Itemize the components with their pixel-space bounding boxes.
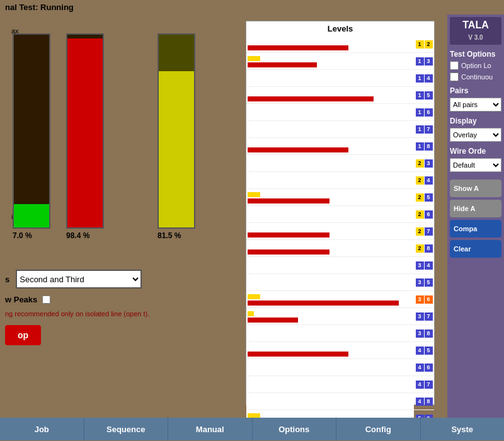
gauge-second: 98.4 % [66,33,104,240]
option-lo-row: Option Lo [450,61,501,70]
level-row: 37 [246,308,434,325]
warning-text: ng recommended only on isolated line (op… [5,309,149,319]
level-row: 48 [246,393,434,410]
level-row: 47 [246,376,434,393]
gauge-third: 81.5 % [158,33,195,240]
bottom-tabs: Job Sequence Manual Options Config Syste [0,418,504,440]
left-panel: ax in 7.0 % 2nd 98.4 % 3rd [0,14,447,418]
tab-manual[interactable]: Manual [168,418,253,440]
level-row: 24 [246,172,434,189]
level-row: 35 [246,274,434,291]
test-options-label: Test Options [450,50,501,59]
wire-order-dropdown[interactable]: Default [450,158,501,172]
level-row: 27 [246,223,434,240]
option-lo-label: Option Lo [461,62,491,69]
tab-system[interactable]: Syste [421,418,505,440]
hide-button[interactable]: Hide A [450,200,501,217]
gauge-section: ax in 7.0 % 2nd 98.4 % 3rd [6,21,239,266]
level-row: 23 [246,155,434,172]
show-peaks-label: w Peaks [5,295,37,304]
levels-panel: Levels 121314151617182324252627283435363… [246,21,435,405]
gauge-first: 7.0 % [13,33,50,240]
tab-job[interactable]: Job [0,418,84,440]
level-row: 17 [246,121,434,138]
continuous-checkbox[interactable] [450,72,459,81]
level-row: 25 [246,189,434,206]
level-row: 13 [246,53,434,70]
show-peaks-checkbox[interactable] [42,295,50,304]
right-panel: TALA V 3.0 Test Options Option Lo Contin… [447,14,504,418]
level-row: 38 [246,325,434,342]
level-row: 14 [246,70,434,87]
controls-area: s Second and Third Second Only Third Onl… [5,263,149,345]
pairs-dropdown[interactable]: All pairs [450,98,501,112]
continuous-row: Continuou [450,72,501,81]
gauge-first-percent: 7.0 % [13,231,50,240]
levels-title: Levels [246,21,434,36]
harmonics-dropdown[interactable]: Second and Third Second Only Third Only … [16,270,142,289]
tab-options[interactable]: Options [253,418,337,440]
level-row: 36 [246,291,434,308]
harmonics-label: s [5,275,9,284]
display-label: Display [450,117,501,125]
level-row: 56 [246,410,434,418]
level-row: 18 [246,138,434,155]
tala-logo: TALA V 3.0 [450,17,501,45]
level-row: 12 [246,36,434,53]
option-lo-checkbox[interactable] [450,61,459,70]
gauge-third-percent: 81.5 % [158,231,195,240]
stop-button[interactable]: op [5,325,41,345]
compare-button[interactable]: Compa [450,220,501,238]
continuous-label: Continuou [461,73,493,81]
level-row: 15 [246,87,434,104]
level-row: 46 [246,359,434,376]
clear-button[interactable]: Clear [450,240,501,258]
level-row: 26 [246,206,434,223]
level-row: 45 [246,342,434,359]
gauge-second-percent: 98.4 % [66,231,104,240]
tab-sequence[interactable]: Sequence [84,418,169,440]
pairs-label: Pairs [450,86,501,95]
display-dropdown[interactable]: Overlay [450,128,501,142]
show-button[interactable]: Show A [450,180,501,197]
level-row: 16 [246,104,434,121]
wire-order-label: Wire Orde [450,147,501,156]
level-row: 34 [246,257,434,274]
level-row: 28 [246,240,434,257]
title: nal Test: Running [5,3,74,12]
tab-config[interactable]: Config [336,418,421,440]
top-bar: nal Test: Running [0,0,504,14]
levels-rows: 1213141516171823242526272834353637384546… [246,36,434,418]
